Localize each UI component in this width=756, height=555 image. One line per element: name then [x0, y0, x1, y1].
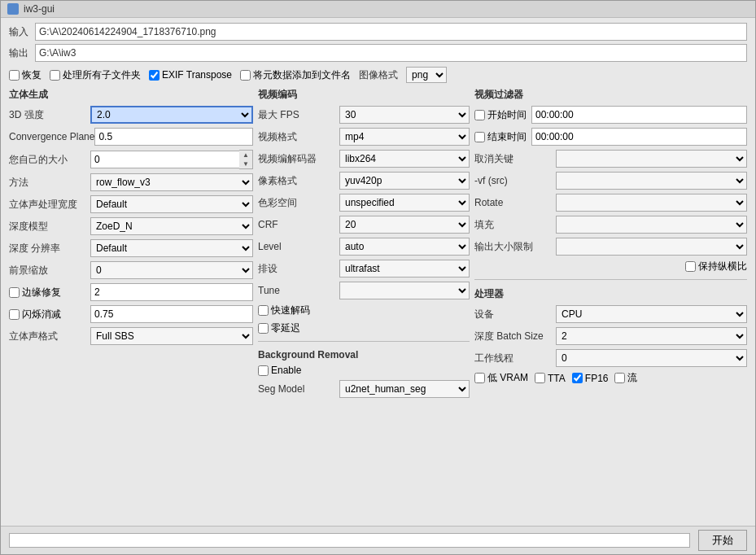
colorspace-select[interactable]: unspecifiedbt709bt601 — [339, 194, 470, 212]
exif-checkbox[interactable] — [149, 70, 160, 81]
bg-enable-checkbox[interactable] — [258, 365, 269, 376]
tta-checkbox-item[interactable]: TTA — [535, 373, 566, 384]
flicker-input[interactable] — [90, 305, 253, 323]
device-select[interactable]: CPUCUDA:0MPS — [556, 305, 747, 323]
exif-checkbox-item[interactable]: EXIF Transpose — [149, 69, 232, 81]
vcodec-select[interactable]: libx264libx265h264_nvenc — [339, 150, 470, 168]
seg-model-row: Seg Model u2net_human_segu2netu2netp — [258, 380, 470, 398]
depth-model-select[interactable]: ZoeD_NZoeD_KZoeD_NK — [90, 217, 253, 235]
restore-label: 恢复 — [22, 68, 42, 82]
bottom-bar: 开始 — [1, 526, 755, 554]
fp16-checkbox-item[interactable]: FP16 — [572, 373, 609, 384]
device-label: 设备 — [474, 308, 556, 321]
zero-latency-checkbox[interactable] — [258, 323, 269, 334]
stereo-format-select[interactable]: Full SBSHalf SBSFull OUHalf OU — [90, 327, 253, 345]
stream-label: 流 — [627, 371, 637, 385]
edge-fix-checkbox[interactable] — [9, 287, 20, 298]
process-all-checkbox-item[interactable]: 处理所有子文件夹 — [50, 68, 141, 82]
depth-res-row: 深度 分辨率 Default2565121024 — [9, 239, 253, 257]
end-time-input[interactable] — [531, 128, 747, 146]
fast-decode-checkbox-item[interactable]: 快速解码 — [258, 304, 310, 317]
convergence-input[interactable] — [94, 128, 253, 146]
fps-select[interactable]: 24253060 — [339, 106, 470, 124]
vformat-row: 视频格式 mp4mkvavi — [258, 128, 470, 146]
strength-select[interactable]: 1.01.52.02.53.0 — [90, 106, 253, 124]
convergence-row: Convergence Plane — [9, 128, 253, 146]
flags-row: 低 VRAM TTA FP16 流 — [474, 371, 747, 385]
process-all-checkbox[interactable] — [50, 70, 60, 81]
edge-fix-input[interactable] — [90, 283, 253, 301]
low-vram-checkbox-item[interactable]: 低 VRAM — [474, 371, 528, 385]
fg-scale-select[interactable]: 0123 — [90, 261, 253, 279]
level-row: Level auto3.14.04.15.0 — [258, 238, 470, 256]
depth-res-label: 深度 分辨率 — [9, 242, 90, 256]
start-time-checkbox[interactable] — [474, 110, 485, 120]
workers-select[interactable]: 0124 — [556, 349, 747, 367]
metadata-checkbox[interactable] — [240, 70, 251, 81]
keep-ratio-checkbox-item[interactable]: 保持纵横比 — [685, 260, 747, 273]
restore-checkbox[interactable] — [9, 70, 20, 81]
level-select[interactable]: auto3.14.04.15.0 — [339, 238, 470, 256]
cancel-link-select[interactable] — [556, 150, 747, 168]
fill-label: 填充 — [474, 218, 556, 232]
rotate-label: Rotate — [474, 197, 556, 208]
edge-fix-checkbox-item[interactable]: 边缘修复 — [9, 286, 90, 299]
size-spin: ▲ ▼ — [90, 150, 253, 169]
keep-ratio-checkbox[interactable] — [685, 261, 696, 272]
zero-latency-checkbox-item[interactable]: 零延迟 — [258, 321, 300, 335]
preset-select[interactable]: ultrafastsuperfastveryfastfasterfastmedi… — [339, 260, 470, 278]
app-icon — [7, 3, 19, 15]
flicker-checkbox[interactable] — [9, 309, 20, 320]
tta-checkbox[interactable] — [535, 373, 545, 383]
fast-decode-checkbox[interactable] — [258, 305, 269, 316]
depth-batch-select[interactable]: 1248 — [556, 327, 747, 345]
stream-checkbox-item[interactable]: 流 — [614, 371, 637, 385]
start-button[interactable]: 开始 — [698, 530, 747, 551]
zero-latency-label: 零延迟 — [271, 321, 300, 335]
left-section-title: 立体生成 — [9, 88, 253, 102]
fill-select[interactable] — [556, 216, 747, 234]
format-select[interactable]: png jpg bmp tiff — [406, 67, 447, 83]
vformat-select[interactable]: mp4mkvavi — [339, 128, 470, 146]
crf-row: CRF 18202328 — [258, 216, 470, 234]
video-encode-title: 视频编码 — [258, 88, 470, 102]
bg-enable-checkbox-item[interactable]: Enable — [258, 365, 301, 376]
processor-title: 处理器 — [474, 287, 747, 301]
restore-checkbox-item[interactable]: 恢复 — [9, 68, 42, 82]
tune-select[interactable]: filmanimationgrain — [339, 282, 470, 299]
zero-latency-row: 零延迟 — [258, 321, 470, 335]
crf-select[interactable]: 18202328 — [339, 216, 470, 234]
fg-scale-row: 前景缩放 0123 — [9, 261, 253, 279]
output-limit-row: 输出大小限制 — [474, 238, 747, 256]
start-time-checkbox-item[interactable]: 开始时间 — [474, 108, 531, 122]
flicker-row: 闪烁消减 — [9, 305, 253, 323]
size-spin-down[interactable]: ▼ — [239, 160, 252, 168]
size-input[interactable] — [90, 151, 239, 168]
output-limit-select[interactable] — [556, 238, 747, 256]
rotate-select[interactable] — [556, 194, 747, 212]
flicker-checkbox-item[interactable]: 闪烁消减 — [9, 308, 90, 321]
seg-model-select[interactable]: u2net_human_segu2netu2netp — [339, 380, 470, 398]
method-select[interactable]: row_flow_v3row_flow_v2row_flow_v1 — [90, 173, 253, 191]
size-spin-up[interactable]: ▲ — [239, 151, 252, 160]
low-vram-checkbox[interactable] — [474, 373, 485, 383]
input-path-field[interactable] — [35, 23, 747, 41]
stream-checkbox[interactable] — [614, 373, 625, 383]
workers-row: 工作线程 0124 — [474, 349, 747, 367]
depth-res-select[interactable]: Default2565121024 — [90, 239, 253, 257]
start-time-input[interactable] — [531, 106, 747, 124]
vf-src-select[interactable] — [556, 172, 747, 190]
end-time-checkbox-item[interactable]: 结束时间 — [474, 130, 531, 144]
output-path-field[interactable] — [35, 44, 747, 62]
metadata-checkbox-item[interactable]: 将元数据添加到文件名 — [240, 68, 351, 82]
size-spin-arrows: ▲ ▼ — [239, 150, 253, 169]
vcodec-row: 视频编解码器 libx264libx265h264_nvenc — [258, 150, 470, 168]
tta-label: TTA — [548, 373, 566, 384]
stereo-width-select[interactable]: Default51210242048 — [90, 195, 253, 213]
stereo-format-row: 立体声格式 Full SBSHalf SBSFull OUHalf OU — [9, 327, 253, 345]
divider-2 — [474, 279, 747, 280]
video-filter-title: 视频过滤器 — [474, 88, 747, 102]
fp16-checkbox[interactable] — [572, 373, 583, 383]
pix-fmt-select[interactable]: yuv420pyuv444p — [339, 172, 470, 190]
end-time-checkbox[interactable] — [474, 132, 485, 142]
